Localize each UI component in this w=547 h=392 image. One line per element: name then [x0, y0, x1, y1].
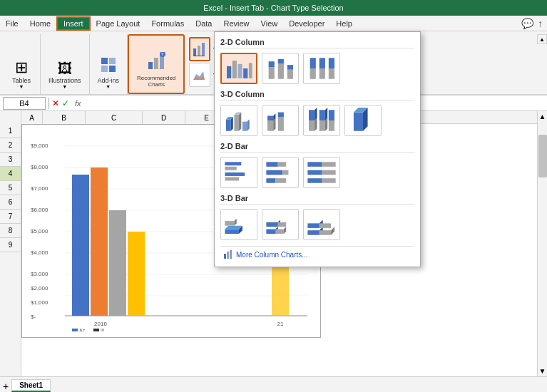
svg-marker-53 — [278, 113, 284, 118]
menu-file[interactable]: File — [0, 18, 24, 29]
ribbon: ⊞ Tables ▼ 🖼 Illustrations ▼ Add-ins ▼ — [0, 31, 547, 96]
100pct-stacked-col-2d-button[interactable] — [303, 53, 340, 84]
stacked-bar-3d-button[interactable] — [262, 209, 299, 240]
svg-marker-87 — [234, 219, 236, 226]
addins-button[interactable]: Add-ins ▼ — [94, 54, 123, 91]
svg-rect-79 — [307, 170, 322, 175]
row-header-4[interactable]: 4 — [0, 167, 21, 181]
menu-developer[interactable]: Developer — [283, 18, 330, 29]
stacked-bar-2d-button[interactable] — [262, 157, 299, 188]
confirm-formula-icon[interactable]: ✓ — [62, 98, 69, 108]
svg-marker-99 — [307, 223, 319, 228]
sheet-tab-sheet1[interactable]: Sheet1 — [11, 379, 51, 392]
svg-rect-76 — [275, 178, 286, 183]
clustered-col-2d-button[interactable] — [220, 53, 257, 84]
menu-home[interactable]: Home — [24, 18, 56, 29]
svg-rect-25 — [237, 64, 242, 78]
formula-divider — [48, 98, 49, 109]
share-icon[interactable]: ↑ — [538, 18, 547, 29]
100pct-stacked-bar-2d-button[interactable] — [303, 157, 340, 188]
recommended-charts-button[interactable]: ? RecommendedCharts — [133, 50, 179, 90]
svg-marker-54 — [309, 120, 315, 131]
2d-bar-row — [220, 157, 414, 188]
svg-rect-125 — [91, 167, 108, 316]
row-header-7[interactable]: 7 — [0, 210, 21, 224]
menu-insert[interactable]: Insert — [56, 16, 91, 31]
svg-marker-92 — [266, 222, 277, 227]
svg-rect-6 — [160, 55, 164, 69]
svg-rect-36 — [319, 68, 325, 79]
chart-type-dropdown: 2-D Column — [214, 31, 421, 267]
100pct-stacked-bar-3d-button[interactable] — [303, 209, 340, 240]
more-charts-icon — [223, 249, 233, 259]
col-header-a[interactable]: A — [21, 111, 43, 124]
col-header-c[interactable]: C — [86, 111, 143, 124]
menu-page-layout[interactable]: Page Layout — [91, 18, 146, 29]
vertical-scrollbar[interactable]: ▲ ▼ — [537, 111, 547, 376]
stacked-col-3d-button[interactable] — [262, 105, 299, 136]
svg-marker-41 — [231, 117, 233, 131]
illustrations-icon: 🖼 — [58, 61, 72, 76]
name-box[interactable] — [3, 97, 46, 110]
svg-rect-39 — [329, 58, 334, 68]
row-header-2[interactable]: 2 — [0, 138, 21, 153]
svg-text:21: 21 — [277, 321, 284, 327]
row-header-5[interactable]: 5 — [0, 181, 21, 195]
ribbon-collapse-button[interactable]: ▲ — [537, 34, 547, 44]
svg-marker-63 — [329, 110, 334, 120]
svg-marker-55 — [309, 110, 315, 120]
100pct-stacked-col-3d-button[interactable] — [303, 105, 340, 136]
col-header-b[interactable]: B — [43, 111, 86, 124]
menu-view[interactable]: View — [255, 18, 284, 29]
illustrations-button[interactable]: 🖼 Illustrations ▼ — [45, 59, 85, 91]
ribbon-collapse-icon: ▲ — [539, 36, 545, 43]
row-header-1[interactable]: 1 — [0, 124, 21, 138]
svg-rect-74 — [282, 170, 288, 175]
svg-marker-46 — [242, 122, 247, 131]
menu-review[interactable]: Review — [218, 18, 255, 29]
corner-cell[interactable] — [0, 111, 21, 124]
row-header-9[interactable]: 9 — [0, 238, 21, 252]
ribbon-group-illustrations: 🖼 Illustrations ▼ — [41, 34, 90, 94]
row-header-3[interactable]: 3 — [0, 153, 21, 167]
column-chart-button[interactable] — [189, 37, 210, 61]
ribbon-group-recommended-charts: ? RecommendedCharts — [128, 34, 185, 94]
svg-rect-80 — [322, 170, 336, 175]
svg-rect-70 — [225, 177, 239, 181]
menu-data[interactable]: Data — [190, 18, 218, 29]
tables-label: Tables — [12, 77, 31, 84]
clustered-bar-3d-button[interactable] — [220, 209, 257, 240]
menu-formulas[interactable]: Formulas — [145, 18, 190, 29]
svg-marker-59 — [319, 110, 325, 120]
cancel-formula-icon[interactable]: ✕ — [52, 98, 59, 108]
svg-text:Ac: Ac — [79, 328, 86, 331]
scroll-down-button[interactable]: ▼ — [538, 367, 547, 375]
svg-rect-10 — [198, 46, 200, 56]
svg-marker-88 — [266, 229, 275, 234]
menu-help[interactable]: Help — [330, 18, 358, 29]
svg-rect-0 — [101, 58, 108, 64]
svg-text:$8,000: $8,000 — [31, 164, 48, 170]
col-header-d[interactable]: D — [143, 111, 185, 124]
col-3d-button[interactable] — [344, 105, 382, 136]
svg-rect-103 — [227, 252, 229, 259]
area-chart-button[interactable] — [189, 63, 210, 87]
scroll-up-button[interactable]: ▲ — [538, 111, 547, 120]
clustered-col-3d-button[interactable] — [220, 105, 257, 136]
add-sheet-button[interactable]: + — [3, 381, 9, 392]
stacked-col-2d-button[interactable] — [262, 53, 299, 84]
svg-rect-38 — [329, 68, 334, 79]
chat-icon[interactable]: 💬 — [521, 18, 538, 29]
more-charts-button[interactable]: More Column Charts... — [236, 251, 308, 259]
svg-rect-31 — [278, 59, 284, 64]
scrollbar-thumb[interactable] — [538, 135, 547, 177]
svg-rect-24 — [232, 61, 237, 78]
svg-rect-77 — [307, 162, 322, 167]
svg-rect-29 — [269, 61, 275, 67]
svg-rect-34 — [310, 68, 316, 79]
clustered-bar-2d-button[interactable] — [220, 157, 257, 188]
row-header-8[interactable]: 8 — [0, 224, 21, 238]
tables-button[interactable]: ⊞ Tables ▼ — [7, 58, 36, 91]
ribbon-group-tables: ⊞ Tables ▼ — [3, 34, 41, 94]
row-header-6[interactable]: 6 — [0, 195, 21, 210]
